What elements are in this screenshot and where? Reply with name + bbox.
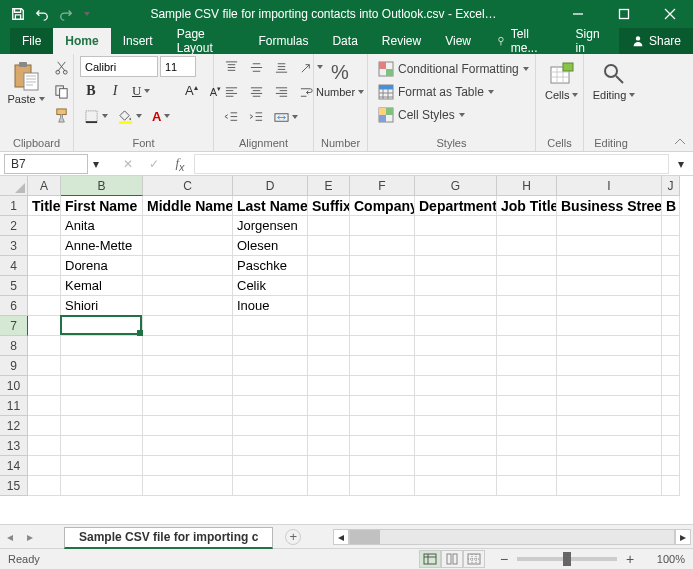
tab-insert[interactable]: Insert	[111, 28, 165, 54]
cell-B2[interactable]: Anita	[61, 216, 143, 236]
cell-F13[interactable]	[350, 436, 415, 456]
cell-E9[interactable]	[308, 356, 350, 376]
cell-J11[interactable]	[662, 396, 680, 416]
cells-button[interactable]: Cells	[542, 56, 581, 106]
col-header-C[interactable]: C	[143, 176, 233, 196]
cell-J9[interactable]	[662, 356, 680, 376]
close-button[interactable]	[647, 0, 693, 28]
cell-H7[interactable]	[497, 316, 557, 336]
cell-B12[interactable]	[61, 416, 143, 436]
row-header-12[interactable]: 12	[0, 416, 28, 436]
worksheet-grid[interactable]: ABCDEFGHIJ 123456789101112131415 TitleFi…	[0, 176, 693, 524]
cell-B4[interactable]: Dorena	[61, 256, 143, 276]
cell-styles-button[interactable]: Cell Styles	[374, 104, 533, 126]
cell-E7[interactable]	[308, 316, 350, 336]
decrease-indent-button[interactable]	[220, 106, 243, 128]
cell-I1[interactable]: Business Street	[557, 196, 662, 216]
font-color-button[interactable]: A	[148, 105, 174, 127]
tab-data[interactable]: Data	[320, 28, 369, 54]
cell-G3[interactable]	[415, 236, 497, 256]
cell-D2[interactable]: Jorgensen	[233, 216, 308, 236]
cell-A4[interactable]	[28, 256, 61, 276]
cell-A5[interactable]	[28, 276, 61, 296]
cell-E15[interactable]	[308, 476, 350, 496]
cell-A10[interactable]	[28, 376, 61, 396]
cell-F3[interactable]	[350, 236, 415, 256]
cell-F2[interactable]	[350, 216, 415, 236]
cell-D11[interactable]	[233, 396, 308, 416]
name-box-dropdown[interactable]: ▾	[88, 157, 104, 171]
cell-D7[interactable]	[233, 316, 308, 336]
italic-button[interactable]: I	[104, 80, 126, 102]
cell-C9[interactable]	[143, 356, 233, 376]
cell-B10[interactable]	[61, 376, 143, 396]
cell-A3[interactable]	[28, 236, 61, 256]
cell-B11[interactable]	[61, 396, 143, 416]
align-center-button[interactable]	[245, 81, 268, 103]
tell-me[interactable]: Tell me...	[483, 28, 564, 54]
scroll-thumb[interactable]	[350, 530, 380, 544]
col-header-A[interactable]: A	[28, 176, 61, 196]
font-size-combo[interactable]	[160, 56, 196, 77]
cell-D13[interactable]	[233, 436, 308, 456]
cell-J10[interactable]	[662, 376, 680, 396]
row-header-11[interactable]: 11	[0, 396, 28, 416]
sheet-tab[interactable]: Sample CSV file for importing c	[64, 527, 273, 549]
cell-J6[interactable]	[662, 296, 680, 316]
cell-A11[interactable]	[28, 396, 61, 416]
cell-D15[interactable]	[233, 476, 308, 496]
cell-H2[interactable]	[497, 216, 557, 236]
borders-button[interactable]	[80, 105, 112, 127]
cell-F9[interactable]	[350, 356, 415, 376]
cell-B3[interactable]: Anne-Mette	[61, 236, 143, 256]
cell-H9[interactable]	[497, 356, 557, 376]
cell-A8[interactable]	[28, 336, 61, 356]
cell-A15[interactable]	[28, 476, 61, 496]
bold-button[interactable]: B	[80, 80, 102, 102]
cell-G14[interactable]	[415, 456, 497, 476]
cell-I5[interactable]	[557, 276, 662, 296]
cell-G8[interactable]	[415, 336, 497, 356]
sign-in[interactable]: Sign in	[564, 28, 619, 54]
col-header-G[interactable]: G	[415, 176, 497, 196]
row-header-1[interactable]: 1	[0, 196, 28, 216]
cell-B9[interactable]	[61, 356, 143, 376]
cell-I8[interactable]	[557, 336, 662, 356]
cell-H13[interactable]	[497, 436, 557, 456]
cell-G10[interactable]	[415, 376, 497, 396]
cell-H11[interactable]	[497, 396, 557, 416]
cell-J5[interactable]	[662, 276, 680, 296]
enter-formula-icon[interactable]: ✓	[142, 154, 166, 174]
cell-E4[interactable]	[308, 256, 350, 276]
cell-C4[interactable]	[143, 256, 233, 276]
cell-A6[interactable]	[28, 296, 61, 316]
cell-G1[interactable]: Department	[415, 196, 497, 216]
undo-icon[interactable]	[30, 2, 54, 26]
cell-J2[interactable]	[662, 216, 680, 236]
cell-J13[interactable]	[662, 436, 680, 456]
share-button[interactable]: Share	[619, 28, 693, 54]
cell-H6[interactable]	[497, 296, 557, 316]
sheet-nav-next[interactable]: ▸	[20, 527, 40, 547]
cell-D6[interactable]: Inoue	[233, 296, 308, 316]
paste-button[interactable]: Paste	[6, 56, 46, 110]
cell-I3[interactable]	[557, 236, 662, 256]
cell-F4[interactable]	[350, 256, 415, 276]
cell-I7[interactable]	[557, 316, 662, 336]
row-header-3[interactable]: 3	[0, 236, 28, 256]
tab-review[interactable]: Review	[370, 28, 433, 54]
col-header-J[interactable]: J	[662, 176, 680, 196]
cell-A7[interactable]	[28, 316, 61, 336]
cell-I14[interactable]	[557, 456, 662, 476]
increase-indent-button[interactable]	[245, 106, 268, 128]
number-format-button[interactable]: % Number	[320, 56, 360, 103]
cell-H8[interactable]	[497, 336, 557, 356]
col-header-E[interactable]: E	[308, 176, 350, 196]
cell-D5[interactable]: Celik	[233, 276, 308, 296]
scroll-left-button[interactable]: ◂	[333, 529, 349, 545]
normal-view-button[interactable]	[419, 550, 441, 568]
cell-B1[interactable]: First Name	[61, 196, 143, 216]
cell-B6[interactable]: Shiori	[61, 296, 143, 316]
select-all-corner[interactable]	[0, 176, 28, 196]
cell-E13[interactable]	[308, 436, 350, 456]
